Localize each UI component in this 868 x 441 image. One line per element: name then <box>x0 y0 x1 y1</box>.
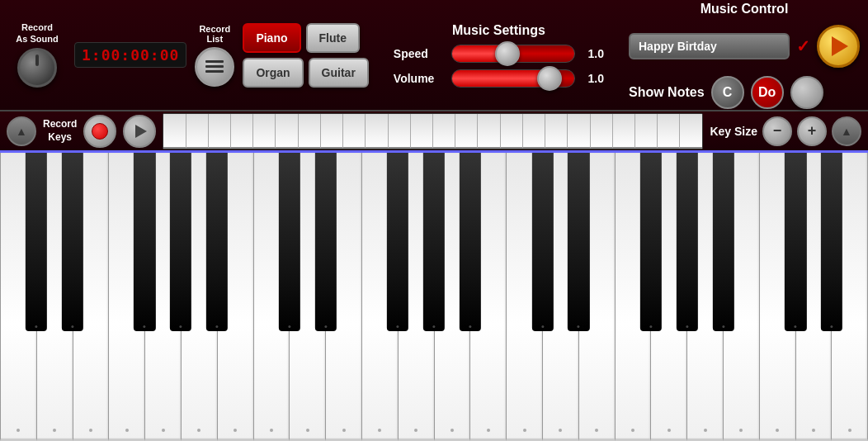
note-do-badge[interactable]: Do <box>751 76 784 109</box>
volume-slider-thumb[interactable] <box>537 66 562 91</box>
volume-value: 1.0 <box>583 72 604 85</box>
key-dot <box>234 429 237 432</box>
key-dot <box>487 429 490 432</box>
speed-slider-row: Speed 1.0 <box>394 45 604 63</box>
white-key[interactable] <box>218 153 254 441</box>
top-bar: Record As Sound 1:00:00:00 Record List P… <box>0 0 868 111</box>
mini-white-key <box>276 114 298 149</box>
instrument-row: Piano Flute <box>243 23 368 53</box>
speed-slider-thumb[interactable] <box>495 41 520 66</box>
white-key[interactable] <box>724 153 760 441</box>
white-key[interactable] <box>543 153 579 441</box>
white-key[interactable] <box>109 153 145 441</box>
mini-white-key <box>321 114 343 149</box>
white-key[interactable] <box>435 153 471 441</box>
key-dot <box>197 429 200 432</box>
check-icon: ✓ <box>796 36 810 56</box>
play-small-button[interactable] <box>123 115 156 148</box>
show-notes-row: Show Notes C Do <box>629 76 823 109</box>
key-dot <box>559 429 562 432</box>
white-key[interactable] <box>73 153 110 441</box>
white-key[interactable] <box>0 153 37 441</box>
key-dot <box>631 429 634 432</box>
mini-white-key <box>366 114 388 149</box>
key-size-section: Key Size − + ▲ <box>710 116 861 146</box>
speed-label: Speed <box>394 47 443 60</box>
speed-slider-track[interactable] <box>451 45 575 63</box>
mini-white-key <box>411 114 433 149</box>
organ-button[interactable]: Organ <box>243 58 303 88</box>
record-list-button[interactable] <box>195 47 234 87</box>
volume-slider-track[interactable] <box>451 69 575 88</box>
play-button[interactable] <box>817 25 860 68</box>
white-key[interactable] <box>579 153 616 441</box>
key-dot <box>523 429 526 432</box>
record-as-sound-knob[interactable] <box>17 48 57 88</box>
music-control-section: Music Control Happy Birtday ✓ Show Notes… <box>629 2 860 109</box>
list-icon <box>205 60 224 73</box>
instrument-row-2: Organ Guitar <box>243 58 368 88</box>
key-dot <box>306 429 309 432</box>
piano-keys[interactable] <box>0 153 868 441</box>
mini-white-key <box>523 114 545 149</box>
music-settings-section: Music Settings Speed 1.0 Volume 1.0 <box>377 23 620 88</box>
key-size-decrease-button[interactable]: − <box>762 116 792 146</box>
guitar-button[interactable]: Guitar <box>309 58 369 88</box>
key-dot <box>414 429 417 432</box>
white-key[interactable] <box>796 153 833 441</box>
controls-bar: ▲ Record Keys <box>0 111 868 153</box>
flute-button[interactable]: Flute <box>306 23 360 53</box>
record-list-section: Record List <box>195 24 234 87</box>
volume-slider-fill <box>452 70 550 87</box>
key-dot <box>812 429 815 432</box>
record-icon <box>92 123 108 140</box>
white-key[interactable] <box>651 153 687 441</box>
play-icon <box>832 36 848 56</box>
white-key[interactable] <box>470 153 507 441</box>
mini-white-key <box>501 114 523 149</box>
white-key[interactable] <box>362 153 399 441</box>
mini-white-key <box>591 114 613 149</box>
note-c-badge[interactable]: C <box>711 76 744 109</box>
key-dot <box>848 429 851 432</box>
piano-button[interactable]: Piano <box>243 23 300 53</box>
mini-white-key <box>478 114 500 149</box>
key-size-increase-button[interactable]: + <box>797 116 827 146</box>
white-key[interactable] <box>326 153 362 441</box>
mini-white-key <box>658 114 680 149</box>
white-key[interactable] <box>290 153 326 441</box>
mini-white-key <box>209 114 231 149</box>
mini-white-key <box>635 114 658 149</box>
mini-white-key <box>163 114 186 149</box>
play-small-icon <box>135 125 147 138</box>
song-selector[interactable]: Happy Birtday <box>629 33 790 59</box>
key-size-label: Key Size <box>710 125 757 138</box>
scroll-up-left-button[interactable]: ▲ <box>7 116 36 146</box>
notes-knob[interactable] <box>790 76 823 109</box>
white-key[interactable] <box>687 153 724 441</box>
white-key[interactable] <box>616 153 652 441</box>
white-key[interactable] <box>760 153 796 441</box>
key-dot <box>704 429 707 432</box>
white-key[interactable] <box>37 153 73 441</box>
white-key[interactable] <box>182 153 218 441</box>
volume-label: Volume <box>394 72 443 85</box>
song-row: Happy Birtday ✓ <box>629 25 860 68</box>
mini-white-key <box>231 114 253 149</box>
key-dot <box>89 429 92 432</box>
white-key[interactable] <box>399 153 435 441</box>
key-dot <box>342 429 346 432</box>
white-key[interactable] <box>145 153 182 441</box>
key-dot <box>451 429 454 432</box>
white-key[interactable] <box>832 153 868 441</box>
mini-white-key <box>186 114 209 149</box>
music-control-title: Music Control <box>701 2 789 17</box>
white-key[interactable] <box>254 153 290 441</box>
white-key[interactable] <box>507 153 543 441</box>
mini-keyboard[interactable] <box>163 113 703 149</box>
scroll-up-right-button[interactable]: ▲ <box>832 116 861 146</box>
record-button[interactable] <box>83 115 116 148</box>
mini-white-key <box>433 114 455 149</box>
timer-display: 1:00:00:00 <box>74 42 186 68</box>
record-as-sound-section: Record As Sound <box>8 22 66 87</box>
